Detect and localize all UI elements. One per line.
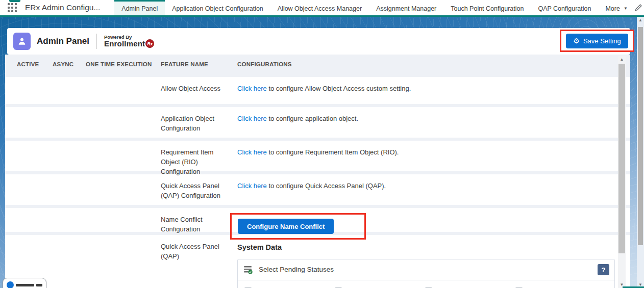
top-accent-pill bbox=[9, 0, 20, 2]
table-row: Name Conflict Configuration Configure Na… bbox=[5, 208, 630, 232]
feature-name: Quick Access Panel (QAP) bbox=[161, 235, 237, 261]
table-row: Requirement Item Object (RIO) Configurat… bbox=[5, 141, 630, 171]
page-header: Admin Panel Powered By Enrollment Rx bbox=[7, 28, 630, 55]
save-setting-button[interactable]: ⚙ Save Setting bbox=[566, 34, 628, 48]
nav-tabs: Admin Panel Application Object Configura… bbox=[114, 0, 635, 15]
gear-icon: ⚙ bbox=[573, 37, 580, 45]
tab-assignment-manager[interactable]: Assignment Manager bbox=[369, 0, 443, 15]
page-background: Admin Panel Powered By Enrollment Rx ⚙ S… bbox=[0, 17, 637, 288]
tab-allow-object-access-manager[interactable]: Allow Object Access Manager bbox=[270, 0, 369, 15]
watermark-icon bbox=[7, 281, 14, 288]
app-launcher-icon[interactable] bbox=[8, 3, 17, 12]
feature-name: Quick Access Panel (QAP) Configuration bbox=[161, 174, 237, 201]
scrollbar-thumb[interactable] bbox=[638, 27, 643, 245]
col-configurations: CONFIGURATIONS bbox=[237, 61, 630, 67]
tab-admin-panel[interactable]: Admin Panel bbox=[114, 0, 165, 15]
table-row: Application Object Configuration Click h… bbox=[5, 107, 630, 138]
watermark-badge bbox=[3, 278, 46, 288]
brand-rx-badge-icon: Rx bbox=[145, 39, 154, 48]
click-here-link[interactable]: Click here bbox=[237, 85, 267, 92]
configuration-text: Click here to configure Quick Access Pan… bbox=[237, 174, 630, 191]
click-here-link[interactable]: Click here bbox=[237, 182, 267, 190]
chevron-down-icon: ▼ bbox=[624, 6, 628, 11]
table-row: Allow Object Access Click here to config… bbox=[5, 77, 630, 104]
tab-bar: ERx Admin Configu... Admin Panel Applica… bbox=[0, 0, 644, 17]
feature-name: Requirement Item Object (RIO) Configurat… bbox=[161, 141, 237, 177]
save-setting-annotation-box: ⚙ Save Setting bbox=[560, 30, 634, 52]
col-async: ASYNC bbox=[53, 61, 86, 67]
configuration-text: Click here to configure Allow Object Acc… bbox=[237, 77, 630, 94]
col-feature-name: FEATURE NAME bbox=[161, 61, 237, 67]
feature-name: Allow Object Access bbox=[161, 77, 237, 94]
configuration-cell: System Data Select Pending bbox=[237, 235, 630, 288]
powered-by-logo: Powered By Enrollment Rx bbox=[104, 35, 154, 48]
app-name: ERx Admin Configu... bbox=[25, 3, 100, 12]
table-row: Quick Access Panel (QAP) System Data bbox=[5, 235, 630, 288]
configuration-text: Click here to configure Requirement Item… bbox=[237, 141, 630, 158]
tab-more[interactable]: More ▼ bbox=[598, 0, 634, 15]
brand-name: Enrollment bbox=[104, 40, 145, 48]
edit-pencil-icon[interactable] bbox=[635, 4, 642, 11]
tab-touch-point-configuration[interactable]: Touch Point Configuration bbox=[443, 0, 531, 15]
scroll-up-icon[interactable]: ▲ bbox=[618, 56, 626, 63]
feature-name: Name Conflict Configuration bbox=[161, 208, 237, 234]
feature-table: ACTIVE ASYNC ONE TIME EXECUTION FEATURE … bbox=[5, 55, 630, 288]
feature-name: Application Object Configuration bbox=[161, 107, 237, 134]
configure-name-conflict-button[interactable]: Configure Name Conflict bbox=[238, 219, 334, 234]
click-here-link[interactable]: Click here bbox=[237, 115, 267, 122]
panel-title: Select Pending Statuses bbox=[259, 265, 334, 275]
col-one-time-execution: ONE TIME EXECUTION bbox=[86, 61, 161, 67]
pending-statuses-panel: Select Pending Statuses ? Approved Not R… bbox=[237, 259, 615, 288]
divider bbox=[96, 34, 97, 49]
click-here-link[interactable]: Click here bbox=[237, 148, 267, 156]
help-button[interactable]: ? bbox=[598, 264, 609, 275]
table-header-row: ACTIVE ASYNC ONE TIME EXECUTION FEATURE … bbox=[5, 55, 630, 74]
window-scrollbar[interactable]: ▲ ▼ bbox=[637, 17, 644, 288]
scroll-up-icon[interactable]: ▲ bbox=[637, 17, 644, 23]
tab-qap-configuration[interactable]: QAP Configuration bbox=[531, 0, 598, 15]
table-row: Quick Access Panel (QAP) Configuration C… bbox=[5, 174, 630, 205]
configuration-text: Click here to configure application obje… bbox=[237, 107, 630, 124]
user-avatar-icon bbox=[13, 33, 31, 50]
tab-application-object-configuration[interactable]: Application Object Configuration bbox=[165, 0, 270, 15]
page-title: Admin Panel bbox=[37, 36, 89, 46]
status-checkbox-group: Approved Not Recieved Ready For Approval bbox=[238, 280, 614, 288]
system-data-heading: System Data bbox=[237, 242, 615, 253]
filter-list-check-icon bbox=[244, 266, 254, 274]
scrollbar-thumb[interactable] bbox=[618, 64, 625, 253]
col-active: ACTIVE bbox=[17, 61, 53, 67]
table-scrollbar[interactable]: ▲ ▼ bbox=[618, 56, 626, 288]
